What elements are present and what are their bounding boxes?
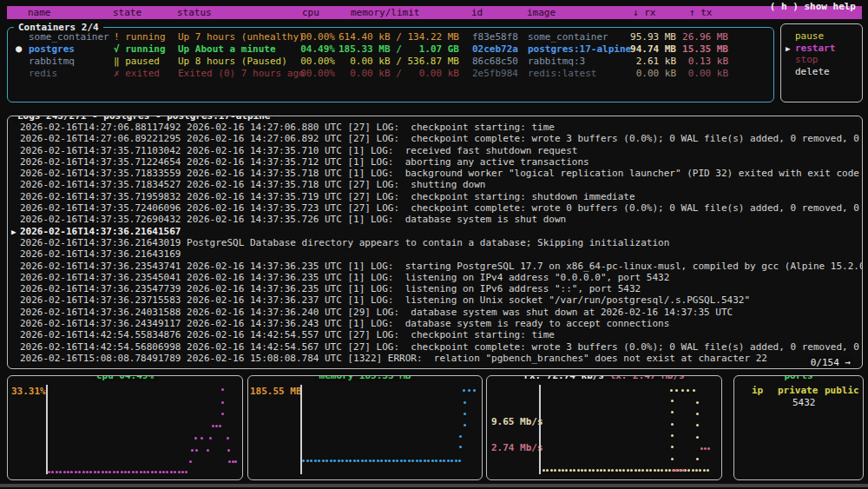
log-line[interactable]: 2026-02-16T14:37:36.23543741 2026-02-16 … — [8, 261, 862, 272]
net-chart-dot-rx — [696, 401, 699, 404]
mem-chart-dot-memory — [322, 459, 325, 462]
menu-item-pause[interactable]: pause — [781, 30, 862, 43]
cpu-chart-dot-cpu — [194, 437, 197, 439]
log-line[interactable]: 2026-02-16T14:42:54.56806998 2026-02-16 … — [8, 341, 862, 353]
column-header-state[interactable]: state — [113, 7, 141, 18]
mem-chart-dot-memory — [302, 459, 305, 462]
container-row-postgres[interactable]: ●postgres√ runningUp About a minute04.49… — [8, 43, 773, 56]
mem-chart-dot-memory — [392, 459, 395, 462]
log-line-text: 2026-02-16T14:37:36.23547739 2026-02-16 … — [20, 283, 641, 294]
net-chart-dot-tx — [700, 447, 703, 450]
mem-chart-dot-memory — [459, 435, 462, 438]
net-chart-dot-rx — [581, 469, 583, 472]
menu-item-restart[interactable]: ▶restart — [781, 43, 862, 55]
log-line[interactable]: 2026-02-16T14:37:36.24031588 2026-02-16 … — [8, 307, 862, 318]
log-line[interactable]: 2026-02-16T14:37:36.23715583 2026-02-16 … — [8, 294, 862, 306]
log-line-text: 2026-02-16T14:37:36.21643169 — [20, 248, 181, 260]
column-header-memorylimit[interactable]: memory/limit — [351, 7, 419, 18]
mem-chart-dot-memory — [330, 459, 332, 462]
column-header-id[interactable]: id — [471, 7, 483, 18]
cpu-chart-panel: cpu 04.49% 33.31% — [7, 375, 243, 480]
net-chart-dot-rx — [641, 469, 644, 472]
net-chart-dot-rx — [589, 469, 591, 472]
memory-chart-panel: memory 185.33 MB 185.55 MB — [247, 375, 483, 480]
log-line[interactable]: 2026-02-16T14:37:36.23547739 2026-02-16 … — [8, 283, 862, 294]
net-chart-dot-rx — [592, 469, 595, 472]
log-line[interactable]: 2026-02-16T14:37:36.23545041 2026-02-16 … — [8, 272, 862, 283]
log-line[interactable]: 2026-02-16T14:37:35.71833559 2026-02-16 … — [8, 168, 862, 179]
log-line[interactable]: 2026-02-16T14:37:35.71103042 2026-02-16 … — [8, 145, 862, 156]
mem-chart-dot-memory — [388, 459, 391, 462]
container-row-rabbitmq[interactable]: rabbitmq‖ pausedUp 8 hours (Paused)00.00… — [8, 56, 773, 68]
column-header-tx[interactable]: ↑ tx — [689, 7, 713, 18]
log-line[interactable]: ▶2026-02-16T14:37:36.21641567 — [8, 226, 862, 237]
container-id: 86c68c50 — [472, 56, 518, 67]
mem-chart-dot-memory — [380, 459, 383, 462]
log-line[interactable]: 2026-02-16T14:37:35.72690432 2026-02-16 … — [8, 214, 862, 225]
container-row-some_container[interactable]: some_container! runningUp 7 hours (unhea… — [8, 31, 773, 43]
log-line-text: 2026-02-16T14:27:06.89221295 2026-02-16 … — [20, 133, 862, 144]
net-chart-dot-tx — [707, 447, 710, 450]
mem-chart-dot-memory — [400, 459, 403, 462]
net-chart-dot-rx — [554, 469, 556, 472]
log-line-text: 2026-02-16T14:37:36.21641567 — [20, 226, 181, 237]
net-chart-dot-rx — [703, 469, 706, 472]
net-chart-dot-rx — [671, 458, 674, 460]
log-line-text: 2026-02-16T15:08:08.78491789 2026-02-16 … — [20, 353, 767, 364]
log-line[interactable]: 2026-02-16T14:27:06.88117492 2026-02-16 … — [8, 122, 862, 133]
container-row-redis[interactable]: redis✗ exitedExited (0) 7 hours ago00.00… — [8, 68, 773, 80]
log-line[interactable]: 2026-02-16T14:37:36.24349117 2026-02-16 … — [8, 318, 862, 329]
log-line[interactable]: 2026-02-16T15:08:08.78491789 2026-02-16 … — [8, 353, 862, 364]
mem-chart-dot-memory — [443, 459, 445, 462]
cpu-chart-dot-cpu — [132, 471, 135, 473]
column-header-rx[interactable]: ↓ rx — [633, 7, 656, 18]
net-chart-dot-rx — [573, 469, 575, 472]
menu-item-stop[interactable]: stop — [781, 54, 862, 66]
net-chart-dot-rx — [550, 469, 553, 472]
log-line[interactable]: 2026-02-16T14:37:35.71224654 2026-02-16 … — [8, 156, 862, 168]
cpu-chart-dot-cpu — [67, 471, 69, 473]
mem-chart-dot-memory — [314, 459, 317, 462]
mem-chart-dot-memory — [431, 459, 434, 462]
column-header-status[interactable]: status — [177, 7, 212, 18]
ports-panel-title: ports — [779, 375, 817, 381]
log-line-text: 2026-02-16T14:37:35.72406096 2026-02-16 … — [20, 202, 862, 214]
log-line[interactable]: 2026-02-16T14:37:36.21643019 PostgreSQL … — [8, 237, 862, 248]
mem-chart-dot-memory — [377, 459, 379, 462]
net-chart-dot-rx — [696, 413, 699, 415]
column-header-name[interactable]: name — [28, 7, 51, 18]
mem-chart-dot-memory — [463, 389, 465, 392]
show-help-hint[interactable]: ( h ) show help — [770, 1, 856, 12]
cpu-chart-dot-cpu — [215, 425, 218, 427]
mem-chart-dot-memory — [345, 459, 348, 462]
memory-axis-label: 185.55 MB — [250, 386, 302, 397]
log-line[interactable]: 2026-02-16T14:37:36.21643169 — [8, 248, 862, 260]
menu-item-label: stop — [795, 54, 819, 65]
cpu-chart-dot-cpu — [212, 425, 214, 427]
mem-chart-dot-memory — [464, 413, 466, 415]
mem-chart-dot-memory — [318, 459, 320, 462]
container-image: some_container — [528, 31, 608, 43]
log-line[interactable]: 2026-02-16T14:37:35.71834527 2026-02-16 … — [8, 179, 862, 190]
mem-chart-dot-memory — [427, 459, 430, 462]
menu-item-delete[interactable]: delete — [781, 66, 862, 78]
container-image: rabbitmq:3 — [528, 56, 585, 67]
column-header-image[interactable]: image — [527, 7, 556, 18]
mem-chart-dot-memory — [411, 459, 414, 462]
container-state: √ running — [114, 43, 166, 55]
log-line[interactable]: 2026-02-16T14:37:35.72406096 2026-02-16 … — [8, 202, 862, 214]
mem-chart-dot-memory — [349, 459, 352, 462]
log-line[interactable]: 2026-02-16T14:42:54.55834876 2026-02-16 … — [8, 329, 862, 340]
mem-chart-dot-memory — [365, 459, 367, 462]
log-selected-arrow-icon: ▶ — [11, 227, 16, 237]
mem-chart-dot-memory — [450, 459, 453, 462]
net-chart-dot-tx — [675, 469, 678, 472]
cpu-chart-dot-cpu — [178, 471, 181, 473]
log-line-text: 2026-02-16T14:37:36.23545041 2026-02-16 … — [20, 272, 669, 283]
menu-items: pause▶restartstopdelete — [781, 30, 862, 77]
port-private-value: 5432 — [792, 397, 816, 408]
column-header-cpu[interactable]: cpu — [302, 7, 319, 18]
log-line[interactable]: 2026-02-16T14:37:35.71959832 2026-02-16 … — [8, 191, 862, 202]
container-rx: 0.00 kB — [600, 68, 676, 79]
log-line[interactable]: 2026-02-16T14:27:06.89221295 2026-02-16 … — [8, 133, 862, 144]
